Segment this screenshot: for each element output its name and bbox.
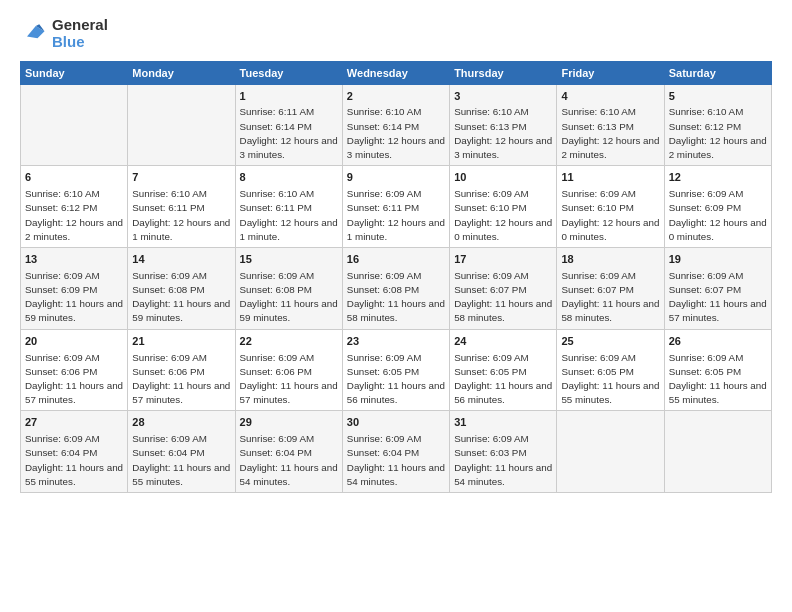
logo-icon [20,19,48,47]
day-detail: Sunrise: 6:09 AM Sunset: 6:03 PM Dayligh… [454,433,552,487]
week-row-3: 20Sunrise: 6:09 AM Sunset: 6:06 PM Dayli… [21,329,772,411]
day-cell: 29Sunrise: 6:09 AM Sunset: 6:04 PM Dayli… [235,411,342,493]
day-cell: 7Sunrise: 6:10 AM Sunset: 6:11 PM Daylig… [128,166,235,248]
day-detail: Sunrise: 6:09 AM Sunset: 6:05 PM Dayligh… [347,352,445,406]
day-detail: Sunrise: 6:09 AM Sunset: 6:06 PM Dayligh… [25,352,123,406]
header-row: General Blue [20,16,772,51]
day-cell: 5Sunrise: 6:10 AM Sunset: 6:12 PM Daylig… [664,84,771,166]
day-detail: Sunrise: 6:09 AM Sunset: 6:09 PM Dayligh… [25,270,123,324]
day-detail: Sunrise: 6:11 AM Sunset: 6:14 PM Dayligh… [240,106,338,160]
day-cell: 11Sunrise: 6:09 AM Sunset: 6:10 PM Dayli… [557,166,664,248]
day-cell [128,84,235,166]
page: General Blue SundayMondayTuesdayWednesda… [0,0,792,503]
day-number: 24 [454,334,552,349]
column-header-tuesday: Tuesday [235,61,342,84]
day-cell: 20Sunrise: 6:09 AM Sunset: 6:06 PM Dayli… [21,329,128,411]
day-detail: Sunrise: 6:09 AM Sunset: 6:04 PM Dayligh… [132,433,230,487]
day-number: 6 [25,170,123,185]
day-number: 20 [25,334,123,349]
column-header-saturday: Saturday [664,61,771,84]
day-cell: 9Sunrise: 6:09 AM Sunset: 6:11 PM Daylig… [342,166,449,248]
day-cell: 26Sunrise: 6:09 AM Sunset: 6:05 PM Dayli… [664,329,771,411]
day-cell: 12Sunrise: 6:09 AM Sunset: 6:09 PM Dayli… [664,166,771,248]
day-number: 23 [347,334,445,349]
day-detail: Sunrise: 6:09 AM Sunset: 6:06 PM Dayligh… [240,352,338,406]
day-detail: Sunrise: 6:09 AM Sunset: 6:10 PM Dayligh… [561,188,659,242]
day-detail: Sunrise: 6:09 AM Sunset: 6:10 PM Dayligh… [454,188,552,242]
day-cell: 10Sunrise: 6:09 AM Sunset: 6:10 PM Dayli… [450,166,557,248]
day-cell: 30Sunrise: 6:09 AM Sunset: 6:04 PM Dayli… [342,411,449,493]
day-detail: Sunrise: 6:10 AM Sunset: 6:14 PM Dayligh… [347,106,445,160]
day-detail: Sunrise: 6:09 AM Sunset: 6:08 PM Dayligh… [132,270,230,324]
day-detail: Sunrise: 6:09 AM Sunset: 6:04 PM Dayligh… [347,433,445,487]
day-number: 4 [561,89,659,104]
day-detail: Sunrise: 6:10 AM Sunset: 6:13 PM Dayligh… [561,106,659,160]
week-row-1: 6Sunrise: 6:10 AM Sunset: 6:12 PM Daylig… [21,166,772,248]
day-cell: 22Sunrise: 6:09 AM Sunset: 6:06 PM Dayli… [235,329,342,411]
header-row-days: SundayMondayTuesdayWednesdayThursdayFrid… [21,61,772,84]
day-number: 16 [347,252,445,267]
day-cell: 21Sunrise: 6:09 AM Sunset: 6:06 PM Dayli… [128,329,235,411]
day-cell: 27Sunrise: 6:09 AM Sunset: 6:04 PM Dayli… [21,411,128,493]
day-detail: Sunrise: 6:09 AM Sunset: 6:07 PM Dayligh… [454,270,552,324]
day-detail: Sunrise: 6:09 AM Sunset: 6:08 PM Dayligh… [347,270,445,324]
day-number: 10 [454,170,552,185]
day-number: 29 [240,415,338,430]
day-cell: 3Sunrise: 6:10 AM Sunset: 6:13 PM Daylig… [450,84,557,166]
day-number: 13 [25,252,123,267]
day-detail: Sunrise: 6:10 AM Sunset: 6:13 PM Dayligh… [454,106,552,160]
day-cell: 24Sunrise: 6:09 AM Sunset: 6:05 PM Dayli… [450,329,557,411]
day-cell [21,84,128,166]
day-cell: 4Sunrise: 6:10 AM Sunset: 6:13 PM Daylig… [557,84,664,166]
day-detail: Sunrise: 6:09 AM Sunset: 6:11 PM Dayligh… [347,188,445,242]
day-detail: Sunrise: 6:09 AM Sunset: 6:07 PM Dayligh… [561,270,659,324]
day-cell: 6Sunrise: 6:10 AM Sunset: 6:12 PM Daylig… [21,166,128,248]
day-number: 22 [240,334,338,349]
day-number: 3 [454,89,552,104]
day-number: 18 [561,252,659,267]
day-number: 27 [25,415,123,430]
day-cell: 15Sunrise: 6:09 AM Sunset: 6:08 PM Dayli… [235,247,342,329]
day-detail: Sunrise: 6:09 AM Sunset: 6:04 PM Dayligh… [25,433,123,487]
day-cell: 18Sunrise: 6:09 AM Sunset: 6:07 PM Dayli… [557,247,664,329]
day-number: 15 [240,252,338,267]
day-cell [664,411,771,493]
day-detail: Sunrise: 6:10 AM Sunset: 6:12 PM Dayligh… [669,106,767,160]
day-detail: Sunrise: 6:09 AM Sunset: 6:09 PM Dayligh… [669,188,767,242]
day-cell: 16Sunrise: 6:09 AM Sunset: 6:08 PM Dayli… [342,247,449,329]
column-header-wednesday: Wednesday [342,61,449,84]
day-cell: 1Sunrise: 6:11 AM Sunset: 6:14 PM Daylig… [235,84,342,166]
calendar-table: SundayMondayTuesdayWednesdayThursdayFrid… [20,61,772,494]
day-cell: 23Sunrise: 6:09 AM Sunset: 6:05 PM Dayli… [342,329,449,411]
week-row-4: 27Sunrise: 6:09 AM Sunset: 6:04 PM Dayli… [21,411,772,493]
day-number: 28 [132,415,230,430]
day-number: 14 [132,252,230,267]
day-number: 5 [669,89,767,104]
day-cell: 2Sunrise: 6:10 AM Sunset: 6:14 PM Daylig… [342,84,449,166]
day-number: 1 [240,89,338,104]
day-number: 2 [347,89,445,104]
day-detail: Sunrise: 6:10 AM Sunset: 6:12 PM Dayligh… [25,188,123,242]
day-number: 30 [347,415,445,430]
day-number: 26 [669,334,767,349]
day-cell: 14Sunrise: 6:09 AM Sunset: 6:08 PM Dayli… [128,247,235,329]
column-header-sunday: Sunday [21,61,128,84]
day-number: 19 [669,252,767,267]
day-number: 31 [454,415,552,430]
day-cell: 17Sunrise: 6:09 AM Sunset: 6:07 PM Dayli… [450,247,557,329]
day-cell: 13Sunrise: 6:09 AM Sunset: 6:09 PM Dayli… [21,247,128,329]
day-detail: Sunrise: 6:09 AM Sunset: 6:05 PM Dayligh… [454,352,552,406]
day-number: 17 [454,252,552,267]
day-cell: 31Sunrise: 6:09 AM Sunset: 6:03 PM Dayli… [450,411,557,493]
day-number: 9 [347,170,445,185]
day-detail: Sunrise: 6:09 AM Sunset: 6:05 PM Dayligh… [669,352,767,406]
day-detail: Sunrise: 6:09 AM Sunset: 6:04 PM Dayligh… [240,433,338,487]
week-row-0: 1Sunrise: 6:11 AM Sunset: 6:14 PM Daylig… [21,84,772,166]
day-detail: Sunrise: 6:09 AM Sunset: 6:05 PM Dayligh… [561,352,659,406]
day-detail: Sunrise: 6:09 AM Sunset: 6:07 PM Dayligh… [669,270,767,324]
day-number: 25 [561,334,659,349]
day-cell: 8Sunrise: 6:10 AM Sunset: 6:11 PM Daylig… [235,166,342,248]
logo: General Blue [20,16,108,51]
day-number: 7 [132,170,230,185]
day-cell [557,411,664,493]
